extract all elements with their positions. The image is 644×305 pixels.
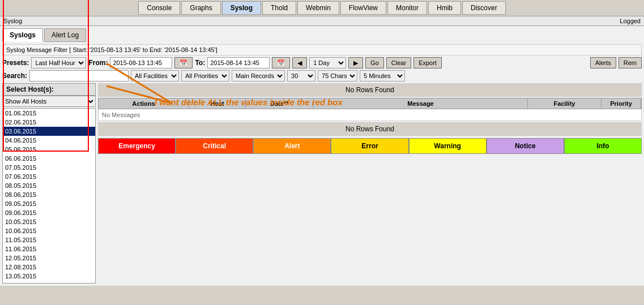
legend-warning: Warning xyxy=(409,138,487,154)
day-select[interactable]: 1 Day xyxy=(309,57,346,68)
go-button[interactable]: Go xyxy=(365,57,384,68)
host-item[interactable]: 10.06.2015 xyxy=(3,226,95,235)
nav-graphs[interactable]: Graphs xyxy=(181,1,220,15)
annotation-area: I want delele ALL the values inside the … xyxy=(98,154,642,256)
filter-label: Syslog Message Filter xyxy=(6,46,67,53)
to-label: To: xyxy=(195,59,205,67)
alerts-button[interactable]: Alerts xyxy=(590,57,616,68)
from-label: From: xyxy=(88,59,108,67)
no-rows-banner-1: No Rows Found xyxy=(98,83,642,97)
host-item[interactable]: 04.06.2015 xyxy=(3,136,95,145)
search-label: Search: xyxy=(2,72,27,80)
host-item[interactable]: 03.06.2015 xyxy=(3,127,95,136)
filter-bar: Syslog Message Filter [ Start: '2015-08-… xyxy=(2,44,642,55)
from-input[interactable] xyxy=(110,57,172,68)
host-item[interactable]: 12.05.2015 xyxy=(3,254,95,263)
nav-webmin[interactable]: Webmin xyxy=(297,1,339,15)
clear-button[interactable]: Clear xyxy=(386,57,411,68)
legend-info: Info xyxy=(564,138,642,154)
no-messages: No Messages xyxy=(98,109,642,121)
col-message: Message xyxy=(314,98,528,109)
to-calendar-button[interactable]: 📅 xyxy=(272,57,290,68)
from-calendar-button[interactable]: 📅 xyxy=(174,57,193,68)
search-row: Search: All Facilities All Priorities Ma… xyxy=(2,70,642,81)
host-item[interactable]: 06.06.2015 xyxy=(3,154,95,163)
col-facility: Facility xyxy=(528,98,602,109)
content-area: Select Host(s): Show All Hosts 01.06.201… xyxy=(2,83,642,283)
record-type-select[interactable]: Main Records xyxy=(232,70,285,81)
nav-syslog[interactable]: Syslog xyxy=(222,1,261,15)
legend-notice: Notice xyxy=(487,138,564,154)
col-priority: Priority xyxy=(602,98,641,109)
presets-select[interactable]: Last Half Hour xyxy=(31,57,86,68)
nav-discover[interactable]: Discover xyxy=(462,1,506,15)
top-nav: Console Graphs Syslog Thold Webmin FlowV… xyxy=(0,0,644,16)
main-area: Syslogs Alert Log Syslog Message Filter … xyxy=(0,26,644,286)
host-item[interactable]: 02.06.2015 xyxy=(3,118,95,127)
prev-arrow-button[interactable]: ◀ xyxy=(292,57,307,68)
status-right: Logged xyxy=(620,18,641,24)
legend-emergency: Emergency xyxy=(98,138,176,154)
host-item[interactable]: 09.05.2015 xyxy=(3,199,95,208)
time-interval-select[interactable]: 5 Minutes xyxy=(360,70,405,81)
search-input[interactable] xyxy=(29,70,129,81)
no-rows-banner-2: No Rows Found xyxy=(98,122,642,136)
status-bar: Syslog Logged xyxy=(0,16,644,26)
status-left: Syslog xyxy=(3,18,22,24)
col-host: Host xyxy=(189,98,246,109)
tab-syslogs[interactable]: Syslogs xyxy=(2,28,43,42)
host-panel: Select Host(s): Show All Hosts 01.06.201… xyxy=(2,83,96,283)
host-item[interactable]: 11.06.2015 xyxy=(3,244,95,254)
facilities-select[interactable]: All Facilities xyxy=(131,70,179,81)
filter-range: [ Start: '2015-08-13 13:45' to End: '201… xyxy=(69,46,217,53)
host-item[interactable]: 13.08.2015 xyxy=(3,281,95,283)
nav-monitor[interactable]: Monitor xyxy=(387,1,427,15)
legend-error: Error xyxy=(331,138,408,154)
next-arrow-button[interactable]: ▶ xyxy=(348,57,363,68)
tab-alert-log[interactable]: Alert Log xyxy=(44,28,86,42)
to-input[interactable] xyxy=(207,57,270,68)
legend-critical: Critical xyxy=(176,138,253,154)
col-actions: Actions xyxy=(99,98,189,109)
char-count-select[interactable]: 75 Chars xyxy=(318,70,357,81)
host-panel-title: Select Host(s): xyxy=(2,83,96,96)
show-all-hosts-select[interactable]: Show All Hosts xyxy=(2,96,96,107)
host-item[interactable]: 12.08.2015 xyxy=(3,263,95,272)
host-item[interactable]: 01.06.2015 xyxy=(3,109,95,118)
host-item[interactable]: 10.05.2015 xyxy=(3,217,95,226)
host-item[interactable]: 08.05.2015 xyxy=(3,181,95,190)
nav-hmib[interactable]: Hmib xyxy=(428,1,461,15)
priorities-select[interactable]: All Priorities xyxy=(181,70,229,81)
host-item[interactable]: 05.06.2015 xyxy=(3,145,95,154)
host-item[interactable]: 07.06.2015 xyxy=(3,172,95,181)
legend-alert: Alert xyxy=(253,138,331,154)
nav-thold[interactable]: Thold xyxy=(262,1,296,15)
rem-button[interactable]: Rem xyxy=(619,57,642,68)
legend-bar: Emergency Critical Alert Error Warning N… xyxy=(98,138,642,154)
export-button[interactable]: Export xyxy=(413,57,442,68)
nav-flowview[interactable]: FlowView xyxy=(340,1,386,15)
host-item[interactable]: 13.05.2015 xyxy=(3,272,95,281)
host-item[interactable]: 08.06.2015 xyxy=(3,190,95,199)
results-panel: No Rows Found Actions Host Date** Messag… xyxy=(98,83,642,283)
host-item[interactable]: 11.05.2015 xyxy=(3,235,95,244)
record-count-select[interactable]: 30 xyxy=(287,70,315,81)
col-date: Date** xyxy=(246,98,314,109)
presets-label: Presets: xyxy=(2,59,29,67)
tab-bar: Syslogs Alert Log xyxy=(2,28,642,42)
controls-row: Presets: Last Half Hour From: 📅 To: 📅 ◀ … xyxy=(2,57,642,68)
host-item[interactable]: 09.06.2015 xyxy=(3,208,95,217)
nav-console[interactable]: Console xyxy=(138,1,180,15)
table-header: Actions Host Date** Message Facility Pri… xyxy=(98,98,642,109)
host-item[interactable]: 07.05.2015 xyxy=(3,163,95,172)
host-list[interactable]: 01.06.2015 02.06.2015 03.06.2015 04.06.2… xyxy=(2,108,96,283)
